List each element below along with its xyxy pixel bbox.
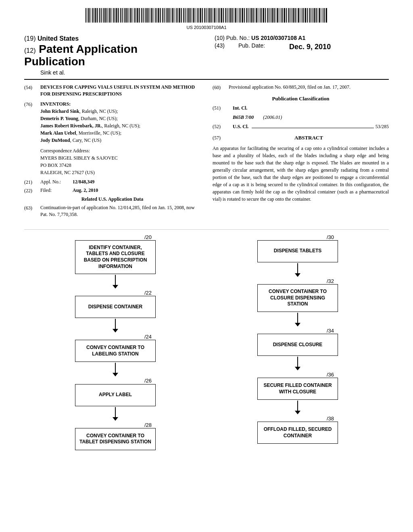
patent-header: (19) United States (12) Patent Applicati… (24, 34, 389, 80)
correspondence-line: MYERS BIGEL SIBLEY & SAJOVEC (40, 154, 200, 162)
title-num: (54) (24, 84, 40, 98)
title-field-row: (54) DEVICES FOR CAPPING VIALS USEFUL IN… (24, 84, 200, 98)
right-flow: /30DISPENSE TABLETS/32CONVEY CONTAINER T… (255, 234, 340, 450)
us-cl-num: (52) (213, 123, 233, 130)
country-name: United States (38, 35, 79, 42)
abstract-title: ABSTRACT (229, 134, 389, 141)
correspondence-line: RALEIGH, NC 27627 (US) (40, 169, 200, 176)
related-num: (63) (24, 204, 40, 218)
us-cl-label: U.S. Cl. (233, 123, 248, 130)
pub-date-num: (43) (215, 42, 225, 52)
appl-no-num: (21) (24, 179, 40, 186)
diagram-outer: /20IDENTIFY CONTAINER, TABLETS AND CLOSU… (24, 234, 389, 450)
header-right: (10) Pub. No.: US 2010/0307108 A1 (43) P… (198, 34, 389, 52)
abstract-text: An apparatus for facilitating the securi… (213, 145, 389, 203)
app-type: (12) Patent Application Publication (24, 43, 198, 68)
appl-no-row: (21) Appl. No.: 12/848,349 (24, 179, 200, 186)
related-row: (63) Continuation-in-part of application… (24, 204, 200, 218)
abstract-num: (57) (213, 134, 229, 141)
flow-arrow (295, 401, 300, 414)
right-flow-node-wrapper: /30DISPENSE TABLETS (255, 234, 340, 262)
int-cl-row: (51) Int. Cl. (213, 105, 389, 112)
filed-num: (22) (24, 187, 40, 194)
flow-box: OFFLOAD FILLED, SECURED CONTAINER (257, 422, 338, 444)
flow-box: CONVEY CONTAINER TO TABLET DISPENSING ST… (75, 428, 156, 450)
pub-no-label: Pub. No.: (226, 35, 250, 41)
barcode-section: US 20100307108A1 (24, 8, 389, 31)
abstract-section: (57) ABSTRACT An apparatus for facilitat… (213, 134, 389, 203)
flow-box: CONVEY CONTAINER TO LABELING STATION (75, 340, 156, 362)
inventors-content: Inventors: John Richard Sink, Raleigh, N… (40, 101, 200, 144)
flow-box: SECURE FILLED CONTAINER WITH CLOSURE (257, 378, 338, 400)
appl-no-label: Appl. No.: (40, 179, 73, 186)
filed-value: Aug. 2, 2010 (73, 187, 98, 194)
filed-label: Filed: (40, 187, 73, 194)
correspondence-lines: MYERS BIGEL SIBLEY & SAJOVECPO BOX 37428… (40, 154, 200, 176)
right-column: (60) Provisional application No. 60/885,… (213, 84, 389, 221)
inventors-field-row: (76) Inventors: John Richard Sink, Ralei… (24, 101, 200, 144)
flow-box: DISPENSE CONTAINER (75, 296, 156, 318)
pub-no-num: (10) (215, 35, 225, 41)
inventors-header-line: Sink et al. (40, 69, 198, 77)
barcode-image (86, 8, 327, 23)
left-flow-node-wrapper: /24CONVEY CONTAINER TO LABELING STATION (73, 333, 158, 362)
correspondence-block: Correspondence Address: MYERS BIGEL SIBL… (40, 147, 200, 176)
left-flow-node-wrapper: /28CONVEY CONTAINER TO TABLET DISPENSING… (73, 422, 158, 450)
right-flow-node-wrapper: /32CONVEY CONTAINER TO CLOSURE DISPENSIN… (255, 278, 340, 312)
provisional-row: (60) Provisional application No. 60/885,… (213, 84, 389, 91)
main-content: (54) DEVICES FOR CAPPING VIALS USEFUL IN… (24, 84, 389, 221)
pub-date-line: (43) Pub. Date: Dec. 9, 2010 (215, 42, 389, 52)
left-flow-node-wrapper: /22DISPENSE CONTAINER (73, 289, 158, 318)
abstract-header-row: (57) ABSTRACT (213, 134, 389, 141)
right-flow-node-wrapper: /36SECURE FILLED CONTAINER WITH CLOSURE (255, 371, 340, 400)
right-flow-node-wrapper: /34DISPENSE CLOSURE (255, 327, 340, 356)
header-left: (19) United States (12) Patent Applicati… (24, 34, 198, 77)
int-cl-label: Int. Cl. (233, 105, 247, 112)
flow-arrow (113, 407, 118, 421)
pub-date-value: Dec. 9, 2010 (289, 42, 331, 52)
pub-no-value: US 2010/0307108 A1 (251, 35, 305, 41)
flow-box: DISPENSE TABLETS (257, 240, 338, 262)
patent-page: US 20100307108A1 (19) United States (12)… (0, 0, 413, 532)
title-content: DEVICES FOR CAPPING VIALS USEFUL IN SYST… (40, 84, 200, 98)
int-cl-year: (2006.01) (263, 114, 282, 120)
inventor-item: Mark Alan Uebel, Morrisville, NC (US); (40, 129, 200, 137)
app-type-label: Patent Application Publication (24, 43, 138, 68)
flow-arrow (295, 263, 300, 277)
inventors-list: John Richard Sink, Raleigh, NC (US);Deme… (40, 108, 200, 144)
left-flow: /20IDENTIFY CONTAINER, TABLETS AND CLOSU… (73, 234, 158, 450)
correspondence-label: Correspondence Address: (40, 147, 200, 154)
pub-number-barcode: US 20100307108A1 (24, 25, 389, 31)
right-flow-node-wrapper: /38OFFLOAD FILLED, SECURED CONTAINER (255, 415, 340, 444)
int-cl-class: B65B 7/00 (233, 114, 254, 120)
related-text: Continuation-in-part of application No. … (40, 204, 200, 218)
left-column: (54) DEVICES FOR CAPPING VIALS USEFUL IN… (24, 84, 200, 221)
correspondence-line: PO BOX 37428 (40, 162, 200, 169)
provisional-text: Provisional application No. 60/885,269, … (229, 84, 389, 91)
flow-arrow (113, 319, 118, 332)
provisional-num: (60) (213, 84, 229, 91)
flow-arrow (113, 275, 118, 289)
appl-no-value: 12/848,349 (73, 179, 94, 186)
flow-box: APPLY LABEL (75, 384, 156, 406)
country-num-label: (19) United States (24, 34, 198, 43)
country-num: (19) (24, 35, 35, 42)
inventor-item: John Richard Sink, Raleigh, NC (US); (40, 108, 200, 115)
title-text: DEVICES FOR CAPPING VIALS USEFUL IN SYST… (40, 84, 195, 97)
inventors-label: Inventors: (40, 101, 71, 107)
pub-class-section: Publication Classification (51) Int. Cl.… (213, 95, 389, 130)
diagram-columns: /20IDENTIFY CONTAINER, TABLETS AND CLOSU… (24, 234, 389, 450)
inventor-item: Demetris P. Young, Durham, NC (US); (40, 115, 200, 122)
inventor-item: Jody DuMond, Cary, NC (US) (40, 137, 200, 144)
flow-arrow (295, 313, 300, 326)
related-data-title: Related U.S. Application Data (24, 196, 200, 203)
filed-row: (22) Filed: Aug. 2, 2010 (24, 187, 200, 194)
diagram-section: /20IDENTIFY CONTAINER, TABLETS AND CLOSU… (24, 229, 389, 450)
app-type-num: (12) (24, 47, 35, 54)
inventors-num: (76) (24, 101, 40, 144)
inventor-item: James Robert Rivenbark, JR., Raleigh, NC… (40, 122, 200, 129)
int-cl-num: (51) (213, 105, 233, 112)
pub-date-label: Pub. Date: (238, 42, 265, 52)
us-cl-row: (52) U.S. Cl. 53/285 (213, 123, 389, 130)
flow-arrow (113, 363, 118, 376)
